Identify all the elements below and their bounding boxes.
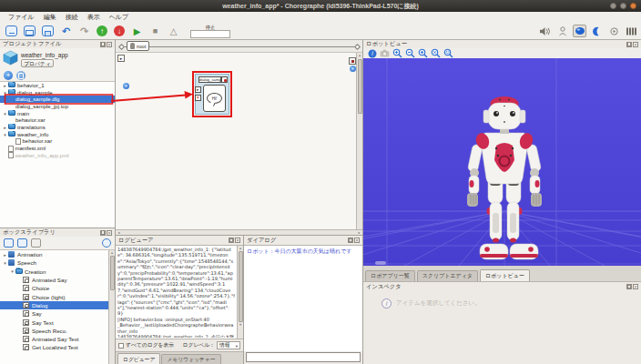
battery-icon[interactable] bbox=[625, 25, 638, 37]
add-input-icon[interactable] bbox=[123, 83, 129, 89]
canvas-vscrollbar[interactable] bbox=[356, 53, 362, 229]
open-library-icon[interactable] bbox=[17, 238, 27, 248]
expander-icon[interactable] bbox=[2, 83, 8, 88]
box-item[interactable]: Choice bbox=[0, 284, 115, 292]
play-icon[interactable]: ▶ bbox=[131, 25, 143, 37]
close-panel-icon[interactable] bbox=[633, 42, 638, 47]
info-icon[interactable]: i bbox=[367, 49, 377, 58]
close-panel-icon[interactable] bbox=[107, 230, 112, 236]
box-item[interactable]: Say Text bbox=[0, 318, 115, 326]
minimize-button[interactable] bbox=[610, 3, 616, 9]
zoom-reset-icon[interactable] bbox=[418, 49, 428, 58]
new-library-icon[interactable] bbox=[4, 238, 14, 248]
tree-item[interactable]: weather_info_app.pml bbox=[0, 152, 115, 159]
stop-icon[interactable]: ■ bbox=[149, 25, 161, 37]
sleep-moon-icon[interactable] bbox=[590, 25, 604, 37]
memory-watcher-tab[interactable]: メモリウォッチャー bbox=[161, 354, 220, 364]
pan-icon[interactable] bbox=[431, 49, 441, 58]
zoom-out-icon[interactable] bbox=[405, 49, 415, 58]
add-output-icon[interactable] bbox=[350, 66, 356, 72]
tree-item[interactable]: behavior.xar bbox=[0, 116, 115, 124]
camera-icon[interactable] bbox=[380, 49, 390, 58]
menu-connect[interactable]: 接続 bbox=[61, 13, 83, 22]
import-content-icon[interactable] bbox=[16, 71, 25, 80]
tree-item[interactable]: translations bbox=[0, 124, 115, 131]
tree-item[interactable]: main bbox=[0, 110, 115, 117]
search-box-icon[interactable] bbox=[102, 238, 111, 248]
rest-robot-icon[interactable] bbox=[555, 25, 569, 37]
stiffness-icon[interactable] bbox=[607, 25, 621, 37]
menu-help[interactable]: ヘルプ bbox=[105, 13, 134, 22]
robot-view-hscroll-thumb[interactable] bbox=[375, 261, 386, 265]
float-panel-icon[interactable] bbox=[100, 42, 106, 47]
scroll-thumb[interactable] bbox=[110, 256, 115, 290]
breadcrumb-root[interactable]: root bbox=[127, 41, 149, 51]
box-item[interactable]: Animated Say Text bbox=[0, 335, 115, 343]
script-editor-tab[interactable]: スクリプトエディタ bbox=[417, 270, 478, 281]
scroll-thumb[interactable] bbox=[358, 59, 362, 114]
box-item[interactable]: Animation bbox=[0, 250, 115, 258]
box-item[interactable]: Dialog bbox=[0, 301, 115, 309]
log-viewer-tab[interactable]: ログビューア bbox=[117, 353, 160, 364]
new-project-icon[interactable] bbox=[5, 25, 17, 36]
volume-icon[interactable] bbox=[538, 25, 552, 37]
onstopped-connector-icon[interactable] bbox=[349, 57, 356, 65]
expander-icon[interactable] bbox=[2, 132, 8, 137]
box-onstop-input-icon[interactable] bbox=[195, 95, 201, 101]
box-body[interactable]: Hi! bbox=[203, 85, 226, 112]
add-box-icon[interactable] bbox=[31, 238, 41, 248]
box-library-scrollbar[interactable] bbox=[108, 250, 115, 364]
box-item[interactable]: Say bbox=[0, 309, 115, 318]
menu-edit[interactable]: 編集 bbox=[39, 13, 61, 22]
onstart-connector-icon[interactable] bbox=[117, 55, 125, 62]
expander-icon[interactable] bbox=[2, 260, 8, 266]
expander-icon[interactable] bbox=[2, 111, 8, 116]
zoom-in-icon[interactable] bbox=[392, 49, 402, 58]
close-panel-icon[interactable] bbox=[633, 284, 638, 289]
box-onstart-input-icon[interactable] bbox=[195, 86, 201, 93]
robot-apps-tab[interactable]: ロボアプリ一覧 bbox=[365, 270, 415, 281]
tree-item[interactable]: behavior_1 bbox=[0, 82, 115, 89]
close-panel-icon[interactable] bbox=[235, 238, 240, 243]
tree-item[interactable]: manifest.xml bbox=[0, 145, 115, 152]
expander-icon[interactable] bbox=[2, 252, 8, 258]
maximize-button[interactable] bbox=[620, 3, 626, 9]
properties-button[interactable]: プロパティ bbox=[21, 59, 54, 67]
dialog-input[interactable] bbox=[246, 352, 361, 362]
undo-icon[interactable]: ↶ bbox=[60, 25, 72, 37]
float-panel-icon[interactable] bbox=[348, 238, 353, 243]
tree-item[interactable]: dialog_sample.dlg bbox=[0, 96, 115, 103]
expander-icon[interactable] bbox=[2, 90, 8, 96]
box-item[interactable]: Choice (light) bbox=[0, 292, 115, 300]
tree-item[interactable]: dialog_sample_jpj.top bbox=[0, 103, 115, 110]
log-level-dropdown[interactable]: 情報 bbox=[217, 341, 240, 349]
connect-robot-icon[interactable]: ↑ bbox=[97, 25, 107, 36]
float-panel-icon[interactable] bbox=[626, 42, 632, 47]
robot-view-tab[interactable]: ロボットビュー bbox=[480, 269, 530, 281]
zoom-region-icon[interactable] bbox=[443, 49, 453, 58]
menu-file[interactable]: ファイル bbox=[4, 13, 39, 22]
tree-item[interactable]: behavior.xar bbox=[0, 138, 115, 146]
expander-icon[interactable] bbox=[2, 125, 8, 130]
stop-input[interactable] bbox=[190, 30, 230, 38]
box-item[interactable]: Get Localized Text bbox=[0, 343, 115, 351]
box-params-icon[interactable] bbox=[221, 76, 228, 83]
float-panel-icon[interactable] bbox=[229, 238, 234, 243]
redo-icon[interactable]: ↷ bbox=[78, 25, 90, 37]
menu-view[interactable]: 表示 bbox=[83, 13, 105, 22]
tree-item[interactable]: dialog_sample bbox=[0, 89, 115, 96]
debug-icon[interactable]: △ bbox=[168, 25, 179, 37]
flow-canvas[interactable]: dialog_sample Hi! bbox=[116, 53, 362, 229]
tree-item[interactable]: weather_info bbox=[0, 131, 115, 138]
open-project-icon[interactable] bbox=[24, 25, 36, 36]
box-item[interactable]: Speech bbox=[0, 258, 115, 267]
close-button[interactable] bbox=[630, 3, 636, 9]
box-item[interactable]: Creation bbox=[0, 268, 115, 276]
close-panel-icon[interactable] bbox=[354, 238, 360, 243]
disconnect-robot-icon[interactable]: ↓ bbox=[114, 25, 125, 36]
box-item[interactable]: Animated Say bbox=[0, 276, 115, 284]
robot-3d-view[interactable] bbox=[363, 58, 641, 266]
log-scrollbar[interactable] bbox=[237, 246, 243, 339]
float-panel-icon[interactable] bbox=[100, 230, 106, 236]
add-content-icon[interactable] bbox=[4, 71, 13, 80]
